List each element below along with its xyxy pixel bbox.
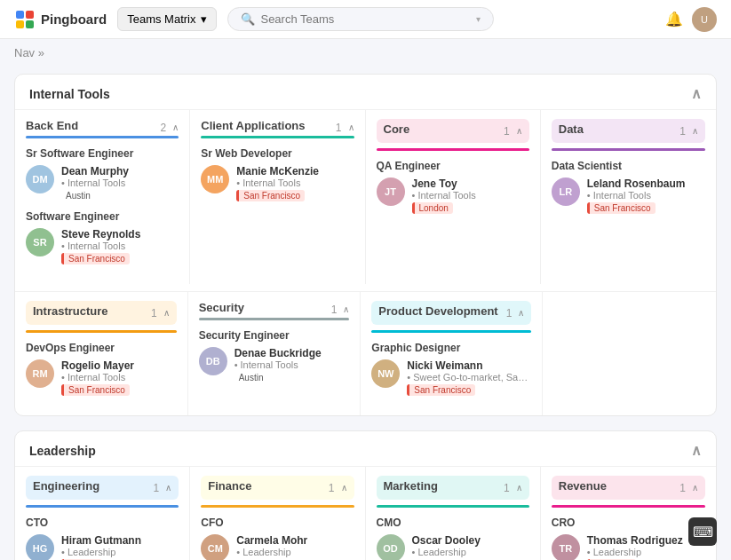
team-core-header: Core 1 ∧ (377, 119, 529, 143)
team-marketing-header: Marketing 1 ∧ (377, 476, 529, 500)
list-item: MM Manie McKenzie • Internal Tools San F… (201, 165, 354, 201)
back-end-chevron[interactable]: ∧ (172, 122, 179, 132)
scroll-top-button[interactable]: ⌨ (688, 517, 717, 546)
leadership-collapse[interactable]: ∧ (691, 442, 702, 459)
marketing-bar (377, 505, 529, 508)
main-content: Internal Tools ∧ Back End 2 ∧ Sr Softwar… (0, 67, 731, 560)
data-bar (552, 148, 705, 151)
team-product-development: Product Development 1 ∧ Graphic Designer… (361, 292, 543, 415)
list-item: JT Jene Toy • Internal Tools London (377, 177, 529, 214)
list-item: LR Leland Rosenbaum • Internal Tools San… (552, 177, 705, 214)
team-revenue-header: Revenue 1 ∧ (552, 476, 705, 500)
finance-bar (201, 505, 354, 508)
svg-rect-2 (16, 20, 24, 28)
team-empty-internal (543, 292, 716, 415)
bell-icon: 🔔 (665, 12, 683, 27)
internal-tools-title: Internal Tools (29, 87, 110, 101)
pingboard-logo-icon (14, 9, 36, 30)
infrastructure-chevron[interactable]: ∧ (163, 308, 170, 318)
avatar: RM (26, 359, 54, 388)
avatar: DM (26, 165, 54, 193)
avatar: MM (201, 165, 229, 193)
internal-tools-row2: Intrastructure 1 ∧ DevOps Engineer RM Ro… (15, 291, 716, 415)
team-client-applications: Client Applications 1 ∧ Sr Web Developer… (190, 110, 365, 284)
search-bar[interactable]: 🔍 ▾ (227, 7, 494, 31)
product-dev-bar (371, 330, 531, 333)
client-applications-chevron[interactable]: ∧ (348, 122, 354, 132)
svg-rect-3 (26, 20, 34, 28)
search-input[interactable] (260, 12, 471, 26)
list-item: TR Thomas Rodriguez • Leadership New Yor… (552, 534, 705, 560)
team-security-header: Security 1 ∧ (199, 301, 350, 318)
team-infrastructure: Intrastructure 1 ∧ DevOps Engineer RM Ro… (15, 292, 188, 415)
internal-tools-section: Internal Tools ∧ Back End 2 ∧ Sr Softwar… (14, 74, 717, 416)
logo-text: Pingboard (41, 12, 107, 27)
internal-tools-header: Internal Tools ∧ (15, 75, 716, 109)
team-security: Security 1 ∧ Security Engineer DB Denae … (188, 292, 362, 415)
avatar: CM (201, 534, 229, 560)
leadership-title: Leadership (29, 444, 96, 458)
list-item: DM Dean Murphy • Internal Tools Austin (26, 165, 179, 201)
engineering-bar (26, 505, 179, 508)
finance-chevron[interactable]: ∧ (341, 483, 347, 493)
avatar: NW (371, 359, 400, 388)
product-dev-chevron[interactable]: ∧ (518, 308, 524, 318)
teams-matrix-button[interactable]: Teams Matrix ▾ (117, 7, 217, 31)
marketing-chevron[interactable]: ∧ (516, 483, 522, 493)
team-revenue: Revenue 1 ∧ CRO TR Thomas Rodriguez • Le… (541, 467, 716, 560)
engineering-chevron[interactable]: ∧ (165, 483, 171, 493)
core-bar (377, 148, 529, 151)
team-finance: Finance 1 ∧ CFO CM Carmela Mohr • Leader… (190, 467, 365, 560)
team-client-applications-header: Client Applications 1 ∧ (201, 119, 354, 136)
search-chevron: ▾ (476, 14, 481, 24)
team-back-end-header: Back End 2 ∧ (26, 119, 179, 136)
infrastructure-bar (26, 330, 177, 333)
leadership-section: Leadership ∧ Engineering 1 ∧ CTO HG (14, 430, 717, 560)
team-data: Data 1 ∧ Data Scientist LR Leland Rosenb… (541, 110, 716, 284)
logo: Pingboard (14, 9, 107, 30)
teams-matrix-label: Teams Matrix (127, 12, 195, 26)
core-chevron[interactable]: ∧ (516, 126, 522, 136)
list-item: OD Oscar Dooley • Leadership (377, 534, 529, 560)
list-item: CM Carmela Mohr • Leadership (201, 534, 354, 560)
list-item: RM Rogelio Mayer • Internal Tools San Fr… (26, 359, 177, 396)
svg-rect-1 (26, 11, 34, 19)
topbar: Pingboard Teams Matrix ▾ 🔍 ▾ 🔔 U (0, 0, 731, 39)
avatar: DB (199, 347, 227, 375)
team-back-end: Back End 2 ∧ Sr Software Engineer DM Dea… (15, 110, 190, 284)
teams-matrix-chevron: ▾ (201, 12, 207, 26)
team-finance-header: Finance 1 ∧ (201, 476, 354, 500)
avatar: JT (377, 177, 405, 206)
scroll-top-icon: ⌨ (693, 524, 713, 540)
team-product-dev-header: Product Development 1 ∧ (371, 301, 531, 325)
back-end-bar (26, 136, 179, 138)
list-item: SR Steve Reynolds • Internal Tools San F… (26, 228, 179, 264)
list-item: NW Nicki Weimann • Sweet Go-to-market, S… (371, 359, 531, 396)
team-engineering-header: Engineering 1 ∧ (26, 476, 179, 500)
breadcrumb: Nav » (0, 39, 731, 67)
internal-tools-collapse[interactable]: ∧ (691, 85, 702, 102)
notification-button[interactable]: 🔔 (665, 11, 683, 28)
data-chevron[interactable]: ∧ (692, 126, 698, 136)
team-core: Core 1 ∧ QA Engineer JT Jene Toy • Inter… (366, 110, 541, 284)
avatar: HG (26, 534, 54, 560)
list-item: DB Denae Buckridge • Internal Tools Aust… (199, 347, 350, 383)
team-engineering: Engineering 1 ∧ CTO HG Hiram Gutmann • L… (15, 467, 190, 560)
revenue-chevron[interactable]: ∧ (692, 483, 698, 493)
list-item: HG Hiram Gutmann • Leadership London (26, 534, 179, 560)
nav-label[interactable]: Nav » (14, 46, 44, 59)
avatar: LR (552, 177, 580, 206)
leadership-header: Leadership ∧ (15, 431, 716, 466)
team-data-header: Data 1 ∧ (552, 119, 705, 143)
search-icon: 🔍 (241, 12, 255, 26)
team-marketing: Marketing 1 ∧ CMO OD Oscar Dooley • Lead… (366, 467, 541, 560)
avatar: OD (377, 534, 405, 560)
security-chevron[interactable]: ∧ (343, 304, 349, 314)
topbar-right: 🔔 U (665, 7, 717, 32)
svg-rect-0 (16, 11, 24, 19)
security-bar (199, 318, 350, 320)
avatar: SR (26, 228, 54, 256)
revenue-bar (552, 505, 705, 508)
leadership-row1: Engineering 1 ∧ CTO HG Hiram Gutmann • L… (15, 466, 716, 560)
avatar[interactable]: U (692, 7, 717, 32)
